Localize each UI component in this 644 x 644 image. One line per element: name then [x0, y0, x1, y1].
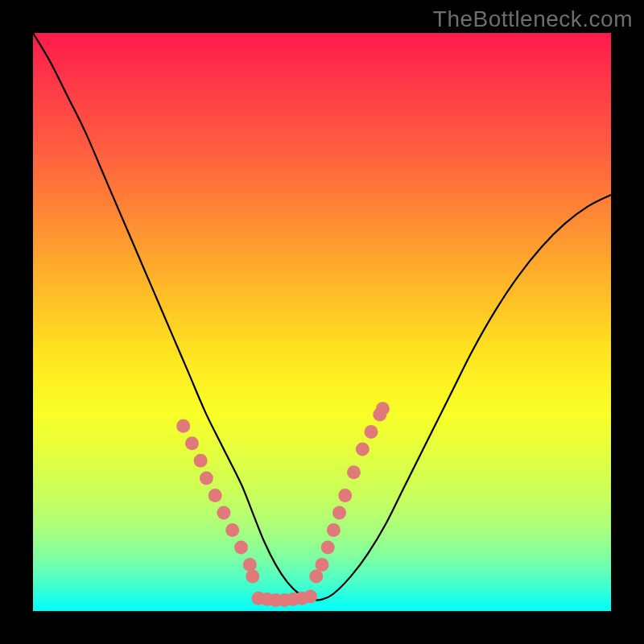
data-marker — [316, 558, 329, 572]
plot-area — [33, 33, 611, 611]
data-marker — [327, 523, 341, 537]
data-marker — [347, 465, 361, 479]
data-marker — [303, 590, 317, 604]
data-marker — [365, 425, 378, 439]
data-marker — [234, 541, 248, 555]
data-marker — [200, 471, 213, 485]
data-marker — [225, 523, 239, 537]
data-marker — [176, 419, 190, 433]
data-marker — [243, 558, 257, 572]
data-marker — [185, 436, 199, 450]
bottleneck-chart — [33, 33, 611, 611]
data-marker — [208, 489, 222, 502]
data-marker — [332, 506, 346, 519]
data-marker — [338, 489, 352, 502]
outer-frame: TheBottleneck.com — [0, 0, 644, 644]
data-marker — [376, 402, 390, 415]
data-marker — [321, 541, 335, 555]
data-marker — [246, 569, 259, 583]
bottleneck-curve — [33, 33, 611, 601]
watermark-text: TheBottleneck.com — [433, 6, 633, 32]
data-marker — [356, 443, 369, 456]
data-marker — [194, 454, 208, 468]
data-marker — [217, 506, 230, 519]
